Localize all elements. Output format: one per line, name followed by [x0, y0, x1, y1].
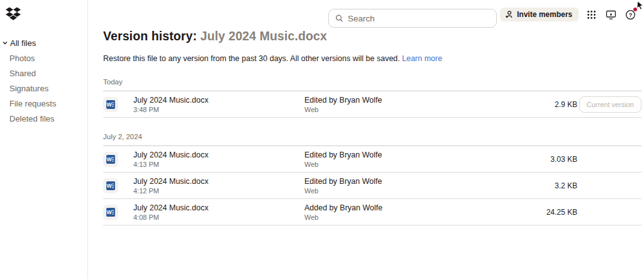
version-row[interactable]: W July 2024 Music.docx 3:48 PM Edited by… — [103, 91, 641, 118]
word-file-icon: W — [106, 181, 115, 190]
version-action: Edited by Bryan Wolfe — [304, 96, 527, 105]
file-size: 24.25 KB — [527, 208, 577, 217]
word-file-icon: W — [106, 155, 115, 164]
learn-more-link[interactable]: Learn more — [402, 54, 442, 63]
sidebar-item-signatures[interactable]: Signatures — [0, 81, 87, 96]
page-title-prefix: Version history: — [103, 29, 197, 43]
svg-text:W: W — [107, 183, 113, 189]
svg-text:W: W — [107, 209, 113, 215]
version-action: Added by Bryan Wolfe — [304, 203, 527, 212]
sidebar-item-photos[interactable]: Photos — [0, 50, 87, 65]
sidebar-item-deleted-files[interactable]: Deleted files — [0, 111, 87, 126]
sidebar-item-shared[interactable]: Shared — [0, 65, 87, 81]
svg-text:W: W — [107, 156, 113, 162]
sidebar: All files Photos Shared Signatures File … — [0, 0, 88, 279]
file-size: 3.2 KB — [527, 181, 577, 190]
version-row[interactable]: W July 2024 Music.docx 4:12 PM Edited by… — [103, 173, 641, 199]
page-title: Version history: July 2024 Music.docx — [103, 29, 641, 43]
current-version-button[interactable]: Current version — [579, 96, 641, 113]
sidebar-nav: All files Photos Shared Signatures File … — [0, 35, 87, 126]
version-row[interactable]: W July 2024 Music.docx 4:08 PM Added by … — [103, 199, 641, 225]
chevron-down-icon — [1, 39, 9, 47]
sidebar-item-label: All files — [10, 38, 36, 48]
page-title-filename: July 2024 Music.docx — [201, 29, 327, 43]
word-file-icon: W — [106, 100, 115, 109]
version-source: Web — [304, 187, 527, 195]
version-list-today: W July 2024 Music.docx 3:48 PM Edited by… — [103, 91, 641, 118]
version-time: 4:12 PM — [133, 187, 304, 195]
file-size: 3.03 KB — [527, 155, 577, 164]
file-name: July 2024 Music.docx — [133, 177, 304, 186]
version-time: 4:13 PM — [133, 161, 304, 168]
version-action: Edited by Bryan Wolfe — [304, 151, 527, 159]
file-name: July 2024 Music.docx — [133, 96, 304, 105]
word-file-icon: W — [106, 208, 115, 217]
file-tile: W — [103, 205, 118, 220]
version-row[interactable]: W July 2024 Music.docx 4:13 PM Edited by… — [103, 146, 641, 173]
dropbox-version-history-page: All files Photos Shared Signatures File … — [0, 0, 644, 279]
file-name: July 2024 Music.docx — [133, 151, 304, 159]
section-label-july-2: July 2, 2024 — [103, 133, 641, 140]
version-source: Web — [304, 106, 527, 113]
file-tile: W — [103, 152, 118, 167]
file-size: 2.9 KB — [527, 100, 577, 109]
version-time: 4:08 PM — [133, 214, 304, 221]
svg-text:W: W — [107, 101, 113, 108]
version-source: Web — [304, 214, 527, 221]
page-subtitle: Restore this file to any version from th… — [103, 54, 641, 63]
main-content: Version history: July 2024 Music.docx Re… — [88, 0, 644, 279]
dropbox-logo[interactable] — [5, 7, 21, 21]
file-tile: W — [103, 178, 118, 193]
version-list-july-2: W July 2024 Music.docx 4:13 PM Edited by… — [103, 145, 641, 225]
version-time: 3:48 PM — [133, 106, 304, 113]
version-action: Edited by Bryan Wolfe — [304, 177, 527, 186]
file-name: July 2024 Music.docx — [133, 203, 304, 212]
file-tile: W — [103, 97, 118, 112]
sidebar-item-all-files[interactable]: All files — [0, 35, 87, 50]
sidebar-item-file-requests[interactable]: File requests — [0, 96, 87, 111]
section-label-today: Today — [103, 78, 641, 86]
version-source: Web — [304, 161, 527, 168]
